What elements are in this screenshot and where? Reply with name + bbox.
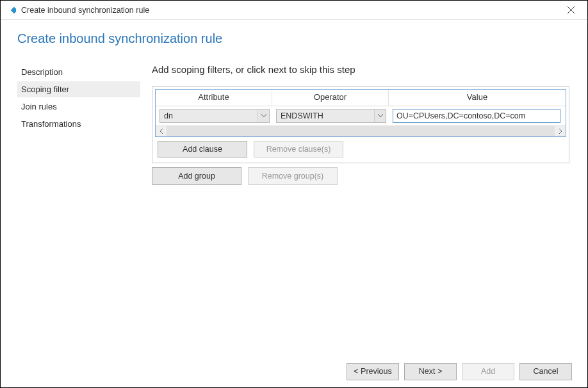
footer: < Previous Next > Add Cancel <box>1 355 587 387</box>
grid-header: Attribute Operator Value <box>156 90 566 106</box>
add-button[interactable]: Add <box>462 363 514 380</box>
cancel-button[interactable]: Cancel <box>519 363 572 380</box>
attribute-select[interactable]: dn <box>159 109 270 123</box>
sidebar-item-transformations[interactable]: Transformations <box>17 116 140 132</box>
svg-rect-0 <box>11 7 16 13</box>
step-heading: Add scoping filters, or click next to sk… <box>152 64 569 75</box>
add-clause-button[interactable]: Add clause <box>158 141 247 158</box>
col-header-attribute: Attribute <box>156 90 272 106</box>
sidebar-item-description[interactable]: Description <box>17 64 140 80</box>
sidebar-item-join-rules[interactable]: Join rules <box>17 99 140 115</box>
clause-row: dn ENDSWITH <box>156 106 566 125</box>
filter-panel: Attribute Operator Value dn <box>152 86 569 163</box>
sidebar: Description Scoping filter Join rules Tr… <box>17 64 140 185</box>
main-panel: Add scoping filters, or click next to sk… <box>152 64 569 185</box>
previous-button[interactable]: < Previous <box>347 363 399 380</box>
group-button-row: Add group Remove group(s) <box>152 167 569 185</box>
operator-select-value: ENDSWITH <box>281 111 323 120</box>
chevron-down-icon <box>374 109 386 122</box>
window-title: Create inbound synchronization rule <box>21 6 559 15</box>
horizontal-scrollbar[interactable] <box>156 125 566 136</box>
titlebar: Create inbound synchronization rule <box>1 1 587 20</box>
chevron-down-icon <box>257 109 269 122</box>
page-title: Create inbound synchronization rule <box>17 31 569 46</box>
close-button[interactable] <box>559 1 582 20</box>
add-group-button[interactable]: Add group <box>152 167 241 185</box>
col-header-value: Value <box>389 90 566 106</box>
sidebar-item-scoping-filter[interactable]: Scoping filter <box>17 81 140 97</box>
content-area: Create inbound synchronization rule Desc… <box>1 20 587 355</box>
scroll-track[interactable] <box>167 126 555 136</box>
next-button[interactable]: Next > <box>404 363 457 380</box>
scoping-group: Attribute Operator Value dn <box>155 89 566 137</box>
value-input[interactable] <box>393 109 560 123</box>
clause-button-row: Add clause Remove clause(s) <box>155 137 566 160</box>
operator-select[interactable]: ENDSWITH <box>276 109 386 123</box>
scroll-left-arrow[interactable] <box>156 126 167 136</box>
app-icon <box>6 5 16 15</box>
scroll-right-arrow[interactable] <box>555 126 566 136</box>
remove-group-button[interactable]: Remove group(s) <box>248 167 338 185</box>
remove-clause-button[interactable]: Remove clause(s) <box>254 141 343 158</box>
col-header-operator: Operator <box>272 90 389 106</box>
attribute-select-value: dn <box>164 111 173 120</box>
